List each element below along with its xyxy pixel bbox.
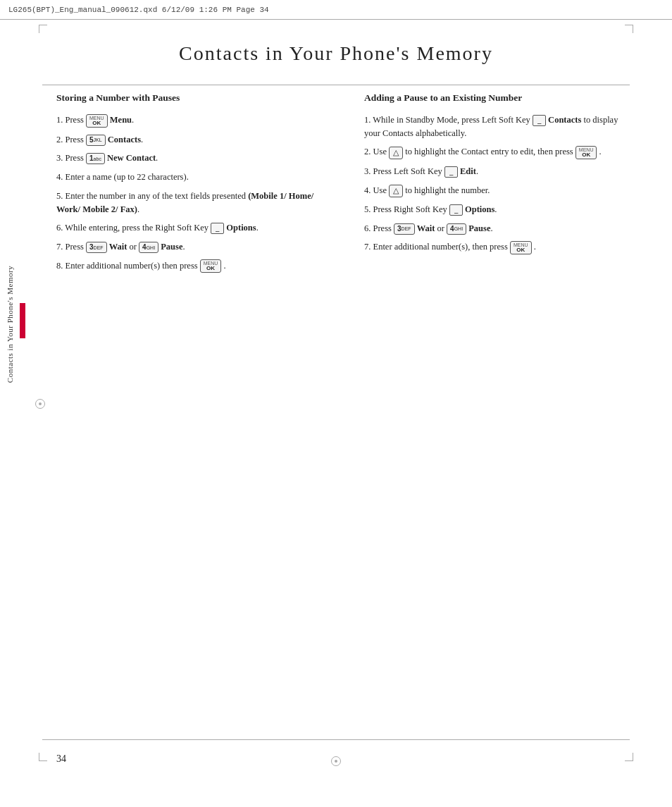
- corner-mark-tl: [39, 25, 47, 33]
- right-step-2: 2. Use △ to highlight the Contact entry …: [364, 145, 630, 159]
- left-column: Storing a Number with Pauses 1. Press ME…: [56, 92, 329, 733]
- key-1-abc: 1 abc: [86, 153, 105, 164]
- key-4-ghi: 4 GHI: [139, 242, 158, 253]
- left-section-title: Storing a Number with Pauses: [56, 92, 322, 105]
- menu-ok-key-8: MENU OK: [200, 259, 222, 273]
- key-3-def-r: 3 DEF: [394, 223, 415, 235]
- rule-top: [42, 85, 630, 85]
- menu-ok-key-7r: MENU OK: [510, 241, 532, 254]
- corner-mark-bl: [39, 753, 47, 761]
- right-step-4: 4. Use △ to highlight the number.: [364, 184, 630, 197]
- left-step-3: 3. Press 1 abc New Contact.: [56, 152, 322, 165]
- right-soft-key-6: ⎯: [211, 223, 224, 234]
- left-step-7: 7. Press 3 DEF Wait or 4 GHI Pause.: [56, 240, 322, 254]
- left-soft-key-3: ⎯: [444, 166, 458, 178]
- header-text: LG265(BPT)_Eng_manual_090612.qxd 6/12/09…: [8, 6, 269, 14]
- left-soft-key-1: ⎯: [533, 115, 546, 126]
- right-step-6: 6. Press 3 DEF Wait or 4 GHI Pause.: [364, 222, 630, 235]
- corner-mark-tr: [625, 25, 633, 33]
- page-title: Contacts in Your Phone's Memory: [0, 42, 672, 65]
- menu-ok-key-1: MENU OK: [86, 114, 108, 128]
- center-mark-left: [35, 399, 45, 409]
- left-steps: 1. Press MENU OK Menu. 2. Press 5 JKL Co…: [56, 113, 322, 273]
- left-step-4: 4. Enter a name (up to 22 characters).: [56, 171, 322, 184]
- right-step-5: 5. Press Right Soft Key ⎯ Options.: [364, 203, 630, 216]
- rule-bottom: [42, 739, 630, 740]
- left-step-5: 5. Enter the number in any of the text f…: [56, 190, 322, 216]
- menu-ok-key-2: MENU OK: [575, 146, 597, 159]
- right-step-7: 7. Enter additional number(s), then pres…: [364, 240, 630, 254]
- header-bar: LG265(BPT)_Eng_manual_090612.qxd 6/12/09…: [0, 0, 672, 20]
- center-mark-bottom: [331, 756, 341, 766]
- side-tab-bar: [20, 303, 25, 338]
- content-area: Storing a Number with Pauses 1. Press ME…: [56, 92, 630, 733]
- nav-key-2: △: [389, 147, 403, 159]
- side-tab-label: Contacts in Your Phone's Memory: [6, 266, 14, 383]
- right-step-3: 3. Press Left Soft Key ⎯ Edit.: [364, 165, 630, 178]
- page-number: 34: [56, 753, 66, 765]
- left-step-2: 2. Press 5 JKL Contacts.: [56, 133, 322, 147]
- left-step-8: 8. Enter additional number(s) then press…: [56, 259, 322, 273]
- key-3-def: 3 DEF: [86, 242, 107, 253]
- corner-mark-br: [625, 753, 633, 761]
- right-column: Adding a Pause to an Existing Number 1. …: [357, 92, 630, 733]
- right-section-title: Adding a Pause to an Existing Number: [364, 92, 630, 105]
- right-soft-key-5: ⎯: [449, 204, 463, 216]
- nav-key-4: △: [389, 185, 403, 197]
- left-step-6: 6. While entering, press the Right Soft …: [56, 221, 322, 235]
- key-5-jkl: 5 JKL: [86, 135, 106, 146]
- left-step-1: 1. Press MENU OK Menu.: [56, 113, 322, 128]
- right-steps: 1. While in Standby Mode, press Left Sof…: [364, 113, 630, 254]
- side-tab: Contacts in Your Phone's Memory: [0, 211, 20, 437]
- key-4-ghi-r: 4 GHI: [447, 223, 466, 235]
- right-step-1: 1. While in Standby Mode, press Left Sof…: [364, 113, 630, 140]
